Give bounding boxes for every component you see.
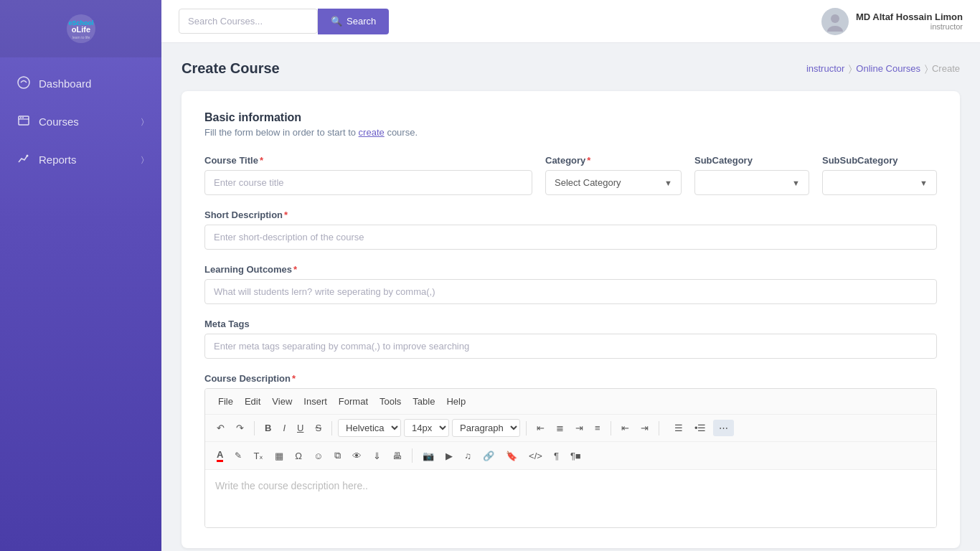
category-label: Category*	[545, 155, 682, 166]
editor-menubar: File Edit View Insert Format Tools Table…	[205, 389, 936, 415]
toolbar-unordered-list[interactable]: •☰	[690, 420, 711, 436]
meta-tags-input[interactable]	[204, 334, 937, 359]
course-title-input[interactable]	[204, 170, 532, 195]
toolbar-sep-5	[659, 421, 659, 435]
breadcrumb-sep-2: 〉	[925, 63, 928, 75]
toolbar-more-button[interactable]: ⋯	[713, 420, 734, 436]
breadcrumb-instructor[interactable]: instructor	[806, 63, 844, 74]
editor-menu-tools[interactable]: Tools	[374, 393, 407, 410]
toolbar-fullscreen[interactable]: ⧉	[330, 447, 345, 464]
learning-outcomes-input[interactable]	[204, 279, 937, 304]
breadcrumb-current: Create	[932, 63, 960, 74]
toolbar-outdent[interactable]: ⇤	[617, 420, 633, 436]
toolbar-show-blocks[interactable]: ¶■	[566, 448, 585, 464]
user-info: MD Altaf Hossain Limon instructor	[856, 11, 963, 31]
user-role: instructor	[856, 22, 963, 31]
toolbar-italic[interactable]: I	[278, 420, 290, 436]
editor-menu-insert[interactable]: Insert	[298, 393, 333, 410]
toolbar-link[interactable]: 🔗	[479, 448, 499, 464]
course-title-label: Course Title*	[204, 155, 532, 166]
toolbar-strikethrough[interactable]: S	[311, 420, 326, 436]
toolbar-print[interactable]: 🖶	[388, 448, 406, 464]
sidebar-item-reports-label: Reports	[39, 154, 77, 166]
editor-menu-file[interactable]: File	[212, 393, 239, 410]
toolbar-audio[interactable]: ♫	[460, 448, 476, 464]
subsubcategory-label: SubSubCategory	[822, 155, 937, 166]
toolbar-video[interactable]: ▶	[441, 448, 457, 464]
course-description-label: Course Description*	[204, 373, 937, 384]
editor-menu-view[interactable]: View	[266, 393, 298, 410]
logo-area: eSchool oLife learn to life	[0, 0, 161, 57]
subcategory-dropdown[interactable]: ▼	[694, 170, 809, 195]
create-course-card: Basic information Fill the form below in…	[182, 91, 960, 548]
toolbar-bold[interactable]: B	[260, 420, 275, 436]
form-row-title-category: Course Title* Category* Select Category …	[204, 155, 937, 195]
user-area: MD Altaf Hossain Limon instructor	[821, 8, 963, 35]
user-name: MD Altaf Hossain Limon	[856, 11, 963, 22]
toolbar-preview[interactable]: 👁	[348, 448, 366, 464]
toolbar-emoji[interactable]: ☺	[309, 448, 327, 464]
search-input[interactable]	[179, 9, 318, 34]
breadcrumb: instructor 〉 Online Courses 〉 Create	[806, 63, 960, 75]
section-desc: Fill the form below in order to start to…	[204, 127, 937, 138]
course-description-group: Course Description* File Edit View Inser…	[204, 373, 937, 528]
editor-menu-help[interactable]: Help	[440, 393, 471, 410]
sidebar-item-dashboard[interactable]: Dashboard	[0, 65, 161, 103]
courses-icon	[17, 114, 30, 129]
editor-menu-format[interactable]: Format	[333, 393, 374, 410]
toolbar-paragraph-mark[interactable]: ¶	[550, 448, 563, 464]
breadcrumb-online-courses[interactable]: Online Courses	[856, 63, 920, 74]
avatar	[821, 8, 849, 35]
short-description-group: Short Description*	[204, 209, 937, 250]
page-title: Create Course	[182, 60, 280, 77]
toolbar-code[interactable]: </>	[524, 448, 547, 464]
search-button[interactable]: 🔍 Search	[318, 9, 389, 34]
sidebar-item-reports[interactable]: Reports 〉	[0, 141, 161, 179]
toolbar-align-right[interactable]: ⇥	[571, 420, 588, 436]
subcategory-group: SubCategory ▼	[694, 155, 809, 195]
sidebar-item-courses[interactable]: Courses 〉	[0, 103, 161, 141]
section-desc-link[interactable]: create	[359, 127, 385, 138]
course-title-group: Course Title*	[204, 155, 532, 195]
toolbar-table-insert[interactable]: ▦	[270, 448, 288, 464]
sidebar-item-dashboard-label: Dashboard	[39, 77, 91, 90]
category-dropdown[interactable]: Select Category ▼	[545, 170, 682, 195]
toolbar-size-select[interactable]: 14px	[404, 419, 449, 437]
toolbar-sep-1	[254, 421, 255, 435]
toolbar-align-justify[interactable]: ≡	[590, 420, 605, 436]
breadcrumb-row: Create Course instructor 〉 Online Course…	[182, 60, 960, 77]
editor-menu-table[interactable]: Table	[407, 393, 440, 410]
svg-point-7	[20, 117, 22, 118]
toolbar-align-left[interactable]: ⇤	[532, 420, 549, 436]
toolbar-paragraph-select[interactable]: Paragraph	[452, 419, 520, 437]
subsubcategory-dropdown[interactable]: ▼	[822, 170, 937, 195]
toolbar-sep-6	[412, 448, 413, 463]
toolbar-sep-2	[331, 421, 332, 435]
sidebar: eSchool oLife learn to life Dashboard	[0, 0, 161, 551]
breadcrumb-sep-1: 〉	[849, 63, 852, 75]
editor-body[interactable]: Write the course description here..	[205, 470, 936, 527]
short-description-input[interactable]	[204, 225, 937, 250]
toolbar-underline[interactable]: U	[293, 420, 308, 436]
desc-required: *	[292, 373, 296, 384]
toolbar-image[interactable]: 📷	[418, 448, 438, 464]
toolbar-download[interactable]: ⇓	[369, 448, 385, 464]
editor-menu-edit[interactable]: Edit	[239, 393, 266, 410]
toolbar-ordered-list[interactable]: ☰	[665, 420, 687, 436]
toolbar-font-color[interactable]: A	[212, 446, 227, 465]
toolbar-indent[interactable]: ⇥	[636, 420, 653, 436]
category-required: *	[587, 155, 590, 166]
reports-icon	[17, 152, 30, 167]
category-group: Category* Select Category ▼	[545, 155, 682, 195]
toolbar-redo[interactable]: ↷	[232, 420, 248, 436]
toolbar-special-char[interactable]: Ω	[291, 448, 306, 464]
subsubcategory-dropdown-arrow: ▼	[920, 179, 928, 187]
toolbar-sep-4	[611, 421, 611, 435]
toolbar-align-center[interactable]: ≣	[552, 420, 568, 436]
toolbar-bookmark[interactable]: 🔖	[501, 448, 522, 464]
topbar: 🔍 Search MD Altaf Hossain Limon instruct…	[161, 0, 980, 43]
toolbar-highlight[interactable]: ✎	[230, 448, 246, 463]
toolbar-undo[interactable]: ↶	[212, 420, 229, 436]
toolbar-clear-format[interactable]: Tₓ	[249, 448, 268, 464]
toolbar-font-select[interactable]: Helvetica	[338, 419, 401, 437]
